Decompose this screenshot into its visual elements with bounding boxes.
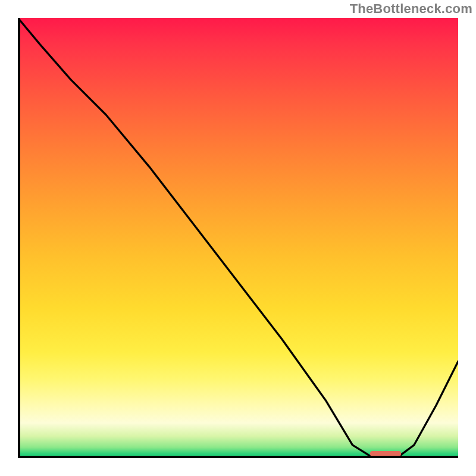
plot-area [18, 18, 458, 458]
chart-container: TheBottleneck.com [0, 0, 476, 476]
watermark-text: TheBottleneck.com [350, 1, 472, 17]
curve-path [18, 18, 458, 458]
bottleneck-marker [370, 451, 401, 456]
curve-svg [18, 18, 458, 458]
